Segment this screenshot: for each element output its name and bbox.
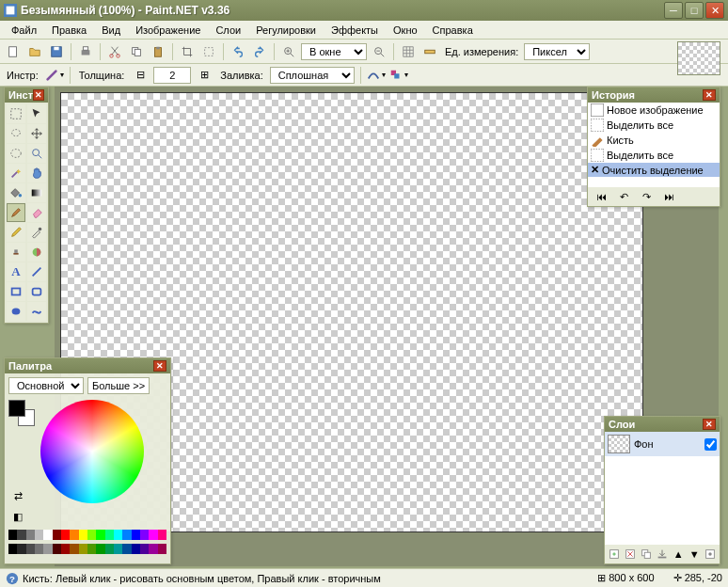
swatch[interactable] bbox=[114, 544, 122, 554]
menu-file[interactable]: Файл bbox=[4, 23, 44, 38]
swatch[interactable] bbox=[26, 530, 35, 540]
history-item[interactable]: ✕Очистить выделение bbox=[588, 163, 720, 177]
layer-down[interactable]: ▼ bbox=[688, 545, 702, 563]
swatch[interactable] bbox=[35, 530, 43, 540]
maximize-button[interactable]: □ bbox=[685, 2, 704, 19]
layer-item[interactable]: Фон bbox=[605, 432, 720, 456]
swatch[interactable] bbox=[122, 544, 131, 554]
tool-zoom[interactable] bbox=[27, 144, 46, 163]
tool-gradient[interactable] bbox=[27, 183, 46, 202]
swatch[interactable] bbox=[35, 544, 43, 554]
color-mode-select[interactable]: Основной bbox=[8, 377, 84, 394]
swatch[interactable] bbox=[158, 544, 166, 554]
swatch[interactable] bbox=[79, 544, 87, 554]
swatch[interactable] bbox=[96, 530, 104, 540]
minimize-button[interactable]: ─ bbox=[664, 2, 683, 19]
tool-line[interactable] bbox=[27, 262, 46, 281]
swatch[interactable] bbox=[8, 530, 17, 540]
cut-button[interactable] bbox=[105, 42, 124, 61]
swatch[interactable] bbox=[70, 530, 78, 540]
tool-pan[interactable] bbox=[27, 164, 46, 182]
swatch[interactable] bbox=[79, 530, 87, 540]
swatch[interactable] bbox=[61, 530, 70, 540]
history-undo[interactable]: ↶ bbox=[614, 187, 633, 206]
menu-view[interactable]: Вид bbox=[94, 23, 128, 38]
menu-effects[interactable]: Эффекты bbox=[324, 23, 386, 38]
open-button[interactable] bbox=[25, 42, 44, 61]
swatch[interactable] bbox=[17, 544, 25, 554]
swatch[interactable] bbox=[96, 544, 104, 554]
tool-ellipse-select[interactable] bbox=[7, 144, 25, 163]
tool-text[interactable]: A bbox=[7, 262, 25, 281]
history-item[interactable]: Выделить все bbox=[588, 148, 720, 163]
menu-image[interactable]: Изображение bbox=[128, 23, 208, 38]
grid-button[interactable] bbox=[399, 42, 418, 61]
menu-layers[interactable]: Слои bbox=[208, 23, 248, 38]
fill-select[interactable]: Сплошная bbox=[270, 67, 355, 84]
unit-select[interactable]: Пиксел bbox=[524, 43, 590, 60]
tool-brush[interactable] bbox=[7, 203, 25, 222]
history-redo[interactable]: ↷ bbox=[637, 187, 656, 206]
zoom-select[interactable]: В окне bbox=[301, 43, 367, 60]
swatch[interactable] bbox=[70, 544, 78, 554]
swatch[interactable] bbox=[43, 544, 52, 554]
undo-button[interactable] bbox=[229, 42, 247, 61]
zoom-out-icon[interactable] bbox=[370, 42, 388, 61]
menu-window[interactable]: Окно bbox=[386, 23, 425, 38]
layer-delete[interactable] bbox=[623, 545, 637, 563]
swatch[interactable] bbox=[105, 530, 114, 540]
print-button[interactable] bbox=[76, 42, 95, 61]
history-close[interactable]: ✕ bbox=[703, 89, 716, 101]
paste-button[interactable] bbox=[149, 42, 167, 61]
swatch[interactable] bbox=[87, 530, 96, 540]
history-last[interactable]: ⏭ bbox=[659, 187, 678, 206]
swatch[interactable] bbox=[114, 530, 122, 540]
palette-close[interactable]: ✕ bbox=[153, 360, 166, 372]
new-button[interactable] bbox=[4, 42, 23, 61]
tool-picker[interactable] bbox=[27, 223, 46, 242]
tool-roundrect[interactable] bbox=[27, 282, 46, 301]
tool-fill[interactable] bbox=[7, 183, 25, 202]
swatch[interactable] bbox=[132, 530, 140, 540]
layer-dup[interactable] bbox=[639, 545, 653, 563]
menu-edit[interactable]: Правка bbox=[44, 23, 94, 38]
antialias-dropdown[interactable] bbox=[367, 66, 386, 85]
swatch[interactable] bbox=[105, 544, 114, 554]
history-item[interactable]: Новое изображение bbox=[588, 103, 720, 118]
tool-clone[interactable] bbox=[7, 243, 25, 262]
layer-props[interactable] bbox=[704, 545, 718, 563]
close-button[interactable]: ✕ bbox=[705, 2, 724, 19]
copy-button[interactable] bbox=[127, 42, 146, 61]
tool-eraser[interactable] bbox=[27, 203, 46, 222]
bw-reset-icon[interactable]: ◧ bbox=[8, 507, 27, 526]
width-increase[interactable]: ⊞ bbox=[195, 66, 214, 85]
swatch[interactable] bbox=[149, 544, 157, 554]
swatch[interactable] bbox=[140, 530, 149, 540]
tool-move-select[interactable] bbox=[27, 104, 46, 123]
tool-magic-wand[interactable] bbox=[7, 164, 25, 182]
tools-close[interactable]: ✕ bbox=[33, 89, 44, 101]
save-button[interactable] bbox=[47, 42, 66, 61]
swap-colors-icon[interactable]: ⇄ bbox=[8, 486, 27, 505]
width-input[interactable] bbox=[153, 67, 191, 84]
deselect-button[interactable] bbox=[199, 42, 218, 61]
history-item[interactable]: Выделить все bbox=[588, 118, 720, 133]
layer-up[interactable]: ▲ bbox=[672, 545, 686, 563]
tool-pencil[interactable] bbox=[7, 223, 25, 242]
menu-adjust[interactable]: Регулировки bbox=[248, 23, 324, 38]
tool-dropdown[interactable] bbox=[45, 66, 64, 85]
tool-rect-select[interactable] bbox=[7, 104, 25, 123]
layer-visible-checkbox[interactable] bbox=[704, 438, 717, 451]
layers-close[interactable]: ✕ bbox=[703, 419, 716, 430]
tool-rect[interactable] bbox=[7, 282, 25, 301]
blend-dropdown[interactable] bbox=[389, 66, 408, 85]
swatch[interactable] bbox=[8, 544, 17, 554]
swatch[interactable] bbox=[17, 530, 25, 540]
more-button[interactable]: Больше >> bbox=[87, 377, 150, 394]
color-swatch-pair[interactable] bbox=[8, 400, 35, 426]
zoom-in-icon[interactable] bbox=[279, 42, 298, 61]
history-list[interactable]: Новое изображение Выделить все Кисть Выд… bbox=[588, 103, 720, 187]
swatch[interactable] bbox=[26, 544, 35, 554]
swatch[interactable] bbox=[43, 530, 52, 540]
tool-move[interactable] bbox=[27, 124, 46, 143]
